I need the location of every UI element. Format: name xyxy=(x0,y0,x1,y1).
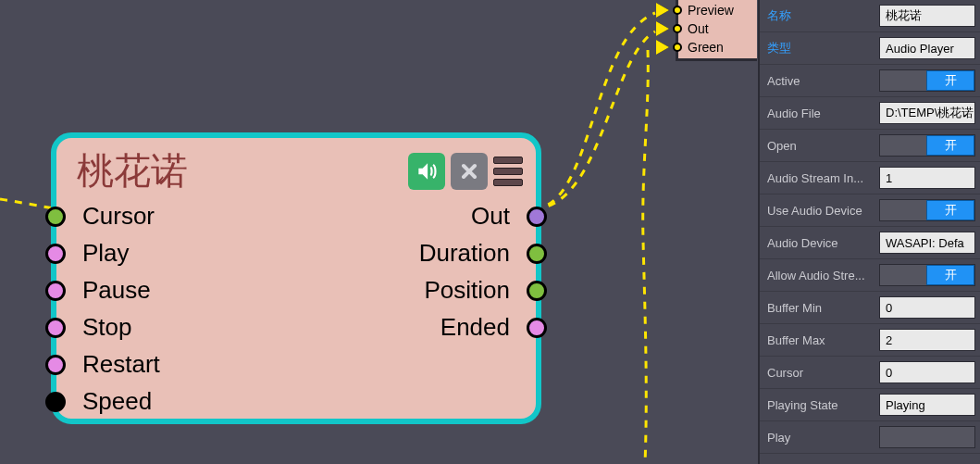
input-port-restart[interactable]: Restart xyxy=(56,350,536,379)
property-row: Buffer Min0 xyxy=(760,292,980,324)
property-value[interactable]: 1 xyxy=(879,167,975,189)
properties-panel: 名称桃花诺类型Audio PlayerActive开Audio FileD:\T… xyxy=(758,0,980,464)
property-label: Allow Audio Stre... xyxy=(760,269,879,282)
output-port-out[interactable]: Out xyxy=(56,202,536,231)
property-label: Buffer Min xyxy=(760,301,879,315)
port-label: Position xyxy=(425,276,511,305)
port-pin[interactable] xyxy=(527,207,547,227)
port-label: Green xyxy=(688,40,724,55)
property-row: Playing StatePlaying xyxy=(760,389,980,421)
property-row: Audio DeviceWASAPI: Defa xyxy=(760,227,980,259)
menu-icon[interactable] xyxy=(493,153,523,190)
property-row: Active开 xyxy=(760,65,980,97)
output-port-ended[interactable]: Ended xyxy=(56,313,536,342)
property-value[interactable]: Audio Player xyxy=(879,37,975,59)
property-value[interactable]: D:\TEMP\桃花诺 xyxy=(879,102,975,124)
node-canvas[interactable]: Preview Out Green 桃花诺 xyxy=(0,0,758,464)
property-row: Audio FileD:\TEMP\桃花诺 xyxy=(760,97,980,130)
port-pin[interactable] xyxy=(527,281,547,301)
port-pin[interactable] xyxy=(527,318,547,338)
port-pin[interactable] xyxy=(673,6,682,15)
port-label: Duration xyxy=(419,239,510,268)
property-row: Allow Audio Stre...开 xyxy=(760,259,980,292)
toggle-switch[interactable] xyxy=(879,426,975,448)
property-label: Audio Device xyxy=(760,236,879,250)
port-label: Restart xyxy=(82,350,160,379)
toggle-switch[interactable]: 开 xyxy=(879,69,975,92)
toggle-switch[interactable]: 开 xyxy=(879,199,975,221)
property-label: 名称 xyxy=(760,7,879,24)
dest-port-out[interactable]: Out xyxy=(682,21,709,36)
port-label: Ended xyxy=(440,313,510,342)
property-label: Play xyxy=(760,431,879,445)
toggle-switch[interactable]: 开 xyxy=(879,134,975,157)
property-label: Playing State xyxy=(760,398,879,412)
input-port-speed[interactable]: Speed xyxy=(56,387,536,416)
property-row: 名称桃花诺 xyxy=(760,0,980,32)
property-row: Use Audio Device开 xyxy=(760,194,980,227)
port-pin[interactable] xyxy=(527,244,547,264)
property-label: Audio File xyxy=(760,107,879,120)
output-port-duration[interactable]: Duration xyxy=(56,239,536,268)
property-value[interactable]: 0 xyxy=(879,361,975,383)
property-label: Cursor xyxy=(760,366,879,380)
port-pin[interactable] xyxy=(45,392,66,412)
port-pin[interactable] xyxy=(45,355,66,375)
property-row: Open开 xyxy=(760,130,980,162)
property-label: Use Audio Device xyxy=(760,204,879,218)
triangle-icon xyxy=(656,40,669,55)
audio-player-node[interactable]: 桃花诺 xyxy=(51,132,541,424)
property-value[interactable]: 0 xyxy=(879,296,975,319)
port-label: Speed xyxy=(82,387,152,416)
audio-icon[interactable] xyxy=(408,153,445,190)
port-label: Out xyxy=(688,21,709,36)
destination-node[interactable]: Preview Out Green xyxy=(676,0,757,61)
property-label: Active xyxy=(760,74,879,88)
property-row: Audio Stream In...1 xyxy=(760,162,980,194)
property-label: Audio Stream In... xyxy=(760,171,879,185)
property-label: Buffer Max xyxy=(760,333,879,347)
property-value[interactable]: Playing xyxy=(879,394,975,416)
toggle-switch[interactable]: 开 xyxy=(879,264,975,286)
property-row: Buffer Max2 xyxy=(760,324,980,357)
close-icon[interactable] xyxy=(451,153,488,190)
port-pin[interactable] xyxy=(673,43,682,52)
property-row: 类型Audio Player xyxy=(760,32,980,65)
property-row: Cursor0 xyxy=(760,357,980,389)
triangle-icon xyxy=(656,3,669,18)
port-label: Preview xyxy=(688,3,734,18)
output-port-position[interactable]: Position xyxy=(56,276,536,305)
node-title: 桃花诺 xyxy=(77,145,408,196)
node-ports: Cursor Play Pause Stop Restart Speed Out… xyxy=(56,198,536,425)
dest-port-green[interactable]: Green xyxy=(682,40,724,55)
property-row: Play xyxy=(760,421,980,454)
property-value[interactable]: 2 xyxy=(879,329,975,351)
property-value[interactable]: WASAPI: Defa xyxy=(879,232,975,254)
dest-port-preview[interactable]: Preview xyxy=(682,3,734,18)
port-label: Out xyxy=(471,202,510,231)
property-label: Open xyxy=(760,139,879,153)
property-label: 类型 xyxy=(760,40,879,56)
property-value[interactable]: 桃花诺 xyxy=(879,5,975,27)
port-pin[interactable] xyxy=(673,24,682,33)
triangle-icon xyxy=(656,21,669,36)
